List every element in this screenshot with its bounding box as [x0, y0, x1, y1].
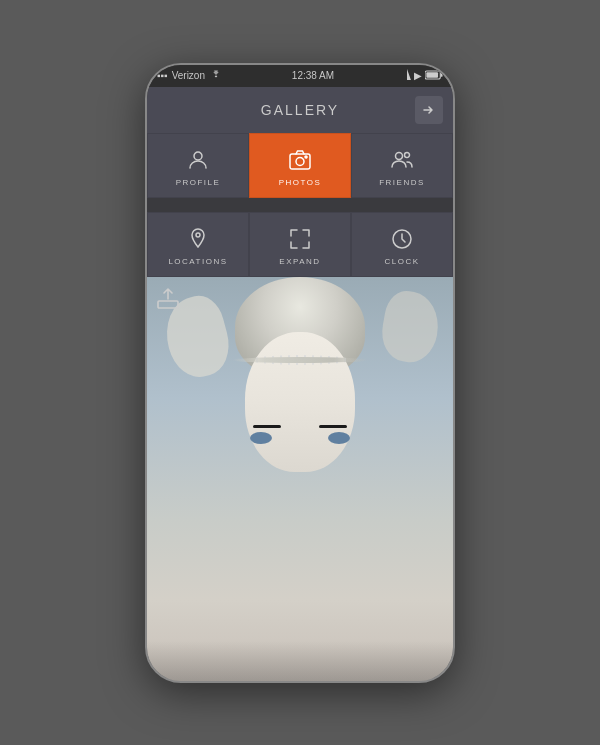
svg-point-9 — [196, 233, 200, 237]
menu-item-expand[interactable]: EXPAND — [249, 212, 351, 277]
menu-item-clock[interactable]: CLOCK — [351, 212, 453, 277]
status-bar: ▪▪▪ Verizon 12:38 AM ▶ — [147, 65, 453, 87]
status-left: ▪▪▪ Verizon — [157, 70, 223, 81]
status-right: ▶ — [403, 69, 443, 82]
profile-label: PROFILE — [176, 178, 221, 187]
lash-right — [319, 425, 347, 428]
svg-rect-11 — [158, 301, 178, 308]
bottom-menu-grid: LOCATIONS EXPAND CLOCK — [147, 212, 453, 277]
menu-item-photos[interactable]: PHOTOS — [249, 133, 351, 198]
svg-point-3 — [194, 152, 202, 160]
menu-item-locations[interactable]: LOCATIONS — [147, 212, 249, 277]
svg-point-5 — [296, 157, 304, 165]
location-status-icon — [403, 69, 411, 82]
export-button[interactable] — [415, 96, 443, 124]
svg-rect-1 — [441, 73, 443, 77]
friends-label: FRIENDS — [379, 178, 425, 187]
photos-label: PHOTOS — [279, 178, 322, 187]
location-icon — [186, 227, 210, 251]
phone-frame: ▪▪▪ Verizon 12:38 AM ▶ — [145, 63, 455, 683]
top-menu-grid: PROFILE PHOTOS FRIENDS — [147, 133, 453, 198]
play-icon: ▶ — [414, 70, 422, 81]
eye-right — [328, 432, 350, 444]
svg-rect-2 — [426, 72, 438, 77]
svg-point-7 — [396, 152, 403, 159]
menu-item-friends[interactable]: FRIENDS — [351, 133, 453, 198]
svg-point-6 — [305, 156, 307, 158]
status-time: 12:38 AM — [292, 70, 334, 81]
upload-button[interactable] — [157, 287, 179, 313]
clock-label: CLOCK — [384, 257, 419, 266]
carrier-label: Verizon — [172, 70, 205, 81]
battery-icon — [425, 70, 443, 82]
eyes — [250, 432, 350, 444]
expand-icon — [288, 227, 312, 251]
camera-icon — [288, 148, 312, 172]
headband — [233, 357, 368, 363]
wifi-icon — [209, 70, 223, 81]
locations-label: LOCATIONS — [168, 257, 227, 266]
photo-section — [147, 277, 453, 681]
header: GALLERY — [147, 87, 453, 133]
clock-icon — [390, 227, 414, 251]
menu-item-profile[interactable]: PROFILE — [147, 133, 249, 198]
person-icon — [186, 148, 210, 172]
svg-point-8 — [405, 152, 410, 157]
face — [245, 332, 355, 472]
menu-divider — [147, 198, 453, 212]
expand-label: EXPAND — [279, 257, 320, 266]
friends-icon — [390, 148, 414, 172]
photo-gradient — [147, 641, 453, 681]
lash-left — [253, 425, 281, 428]
eye-left — [250, 432, 272, 444]
signal-icon: ▪▪▪ — [157, 70, 168, 81]
header-title: GALLERY — [261, 102, 339, 118]
